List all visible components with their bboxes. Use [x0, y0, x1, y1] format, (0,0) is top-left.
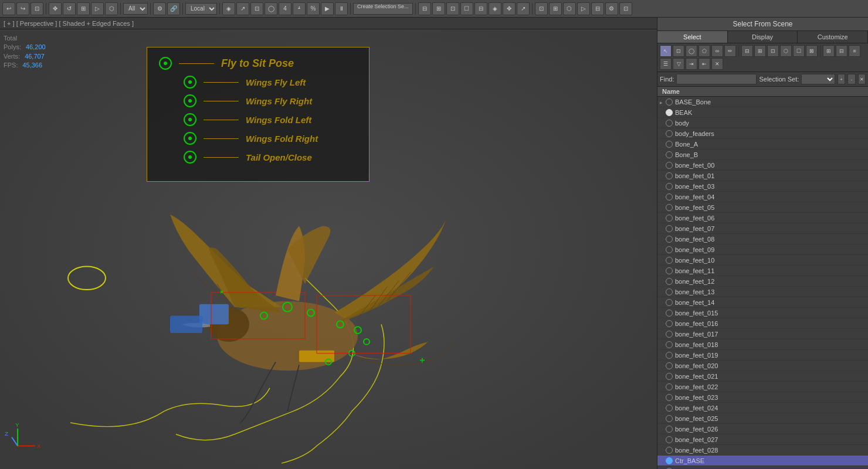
list-item[interactable]: bone_feet_09 — [657, 244, 868, 255]
panel-icon-del[interactable]: ✕ — [711, 58, 723, 70]
list-item[interactable]: bone_feet_015 — [657, 308, 868, 318]
toolbar-move[interactable]: ✥ — [49, 2, 62, 15]
panel-icon-sort4[interactable]: ☰ — [660, 58, 672, 70]
panel-icon-sort1[interactable]: ⊞ — [823, 45, 835, 57]
toolbar-create-sel[interactable]: Create Selection Se... — [353, 3, 413, 15]
toolbar-num4[interactable]: 4 — [279, 2, 291, 15]
panel-icon-sort3[interactable]: ≡ — [849, 45, 860, 57]
list-item[interactable]: bone_feet_027 — [657, 434, 868, 445]
list-item[interactable]: bone_feet_016 — [657, 318, 868, 329]
find-input[interactable] — [676, 74, 757, 84]
panel-icon-e[interactable]: ☐ — [793, 45, 805, 57]
panel-icon-c[interactable]: ⊡ — [767, 45, 779, 57]
toolbar-frac[interactable]: ⁴ — [293, 2, 306, 15]
list-item[interactable]: bone_feet_021 — [657, 371, 868, 382]
toolbar-icon7[interactable]: ✥ — [503, 2, 516, 15]
list-item[interactable]: bone_feet_00 — [657, 160, 868, 171]
list-item[interactable]: bone_feet_017 — [657, 329, 868, 339]
toolbar-select[interactable]: ⊡ — [30, 2, 43, 15]
list-item[interactable]: BEAK — [657, 107, 868, 118]
list-item[interactable]: bone_feet_026 — [657, 424, 868, 434]
toolbar-play[interactable]: ▶ — [321, 2, 334, 15]
toolbar-icon2[interactable]: ⊞ — [432, 2, 445, 15]
toolbar-coord-dropdown[interactable]: Local — [185, 3, 217, 15]
list-item[interactable]: bone_feet_06 — [657, 213, 868, 223]
list-item[interactable]: ▸BASE_Bone — [657, 97, 868, 107]
panel-icon-fence[interactable]: ⬠ — [699, 45, 710, 57]
toolbar-icon12[interactable]: ▷ — [577, 2, 590, 15]
toolbar-scale[interactable]: ⊞ — [77, 2, 90, 15]
panel-icon-import2[interactable]: ⇤ — [699, 58, 710, 70]
list-item[interactable]: Bone_B — [657, 149, 868, 160]
list-item[interactable]: bone_feet_022 — [657, 382, 868, 392]
list-item[interactable]: bone_feet_12 — [657, 276, 868, 287]
list-item[interactable]: bone_feet_07 — [657, 223, 868, 234]
panel-icon-pointer[interactable]: ↖ — [660, 45, 672, 57]
selection-set-dropdown[interactable] — [801, 74, 835, 84]
panel-sub-btn[interactable]: - — [847, 74, 855, 84]
toolbar-icon10[interactable]: ⊞ — [549, 2, 562, 15]
list-item[interactable]: bone_feet_024 — [657, 403, 868, 413]
toolbar-icon1[interactable]: ⊟ — [418, 2, 431, 15]
toolbar-pivot[interactable]: ◈ — [222, 2, 235, 15]
list-item[interactable]: body_feaders — [657, 128, 868, 139]
panel-icon-a[interactable]: ⊟ — [741, 45, 753, 57]
toolbar-icon15[interactable]: ⊡ — [619, 2, 632, 15]
list-item[interactable]: bone_feet_13 — [657, 287, 868, 297]
list-item[interactable]: Ctr_BASE — [657, 456, 868, 466]
toolbar-circle[interactable]: ◯ — [265, 2, 277, 15]
list-item[interactable]: bone_feet_01 — [657, 171, 868, 181]
panel-icon-import1[interactable]: ⇥ — [686, 58, 697, 70]
list-item[interactable]: bone_feet_04 — [657, 192, 868, 202]
panel-list[interactable]: ▸BASE_Bone BEAK body body_feaders Bone_A… — [657, 97, 868, 469]
toolbar-icon4[interactable]: ☐ — [460, 2, 473, 15]
toolbar-snap[interactable]: 🔗 — [167, 2, 180, 15]
toolbar-arrow[interactable]: ↗ — [236, 2, 249, 15]
toolbar-icon13[interactable]: ⊟ — [591, 2, 604, 15]
list-item[interactable]: bone_feet_023 — [657, 392, 868, 403]
toolbar-rotate[interactable]: ↺ — [63, 2, 76, 15]
toolbar-undo[interactable]: ↩ — [2, 2, 15, 15]
toolbar-quad[interactable]: ⊡ — [250, 2, 263, 15]
toolbar-pause[interactable]: Ⅱ — [335, 2, 348, 15]
list-item[interactable]: Ctr_BEAK — [657, 466, 868, 469]
panel-icon-sort2[interactable]: ⊟ — [836, 45, 847, 57]
toolbar-icon14[interactable]: ⚙ — [605, 2, 618, 15]
toolbar-icon11[interactable]: ⬡ — [563, 2, 576, 15]
list-item[interactable]: bone_feet_08 — [657, 234, 868, 244]
list-item[interactable]: bone_feet_028 — [657, 445, 868, 456]
tab-select[interactable]: Select — [657, 31, 728, 43]
list-item[interactable]: bone_feet_05 — [657, 202, 868, 213]
tab-customize[interactable]: Customize — [798, 31, 868, 43]
toolbar-icon6[interactable]: ◈ — [489, 2, 501, 15]
list-item[interactable]: bone_feet_03 — [657, 181, 868, 192]
panel-add-btn[interactable]: + — [838, 74, 845, 84]
list-item[interactable]: bone_feet_018 — [657, 339, 868, 350]
list-item[interactable]: bone_feet_11 — [657, 266, 868, 276]
toolbar-select2[interactable]: ▷ — [91, 2, 104, 15]
panel-icon-b[interactable]: ⊞ — [754, 45, 766, 57]
panel-icon-f[interactable]: ⊠ — [806, 45, 818, 57]
list-item[interactable]: bone_feet_019 — [657, 350, 868, 361]
viewport[interactable]: [ + ] [ Perspective ] [ Shaded + Edged F… — [0, 18, 657, 469]
toolbar-poly[interactable]: ⬡ — [105, 2, 118, 15]
toolbar-icon9[interactable]: ⊡ — [535, 2, 548, 15]
tab-display[interactable]: Display — [728, 31, 798, 43]
list-item[interactable]: Bone_A — [657, 139, 868, 149]
panel-del-btn[interactable]: ✕ — [858, 74, 866, 84]
list-item[interactable]: bone_feet_025 — [657, 413, 868, 424]
toolbar-settings[interactable]: ⚙ — [153, 2, 166, 15]
toolbar-redo[interactable]: ↪ — [16, 2, 29, 15]
panel-icon-filter[interactable]: ▽ — [673, 58, 684, 70]
list-item[interactable]: bone_feet_14 — [657, 297, 868, 308]
panel-icon-circle[interactable]: ◯ — [686, 45, 697, 57]
panel-icon-lasso[interactable]: ∞ — [711, 45, 723, 57]
toolbar-icon5[interactable]: ⊟ — [474, 2, 487, 15]
list-item[interactable]: body — [657, 118, 868, 128]
panel-icon-d[interactable]: ⬡ — [780, 45, 792, 57]
list-item[interactable]: bone_feet_10 — [657, 255, 868, 266]
toolbar-minus[interactable]: % — [307, 2, 320, 15]
panel-icon-select[interactable]: ⊡ — [673, 45, 684, 57]
toolbar-icon3[interactable]: ⊡ — [446, 2, 459, 15]
toolbar-filter-dropdown[interactable]: All — [123, 3, 148, 15]
